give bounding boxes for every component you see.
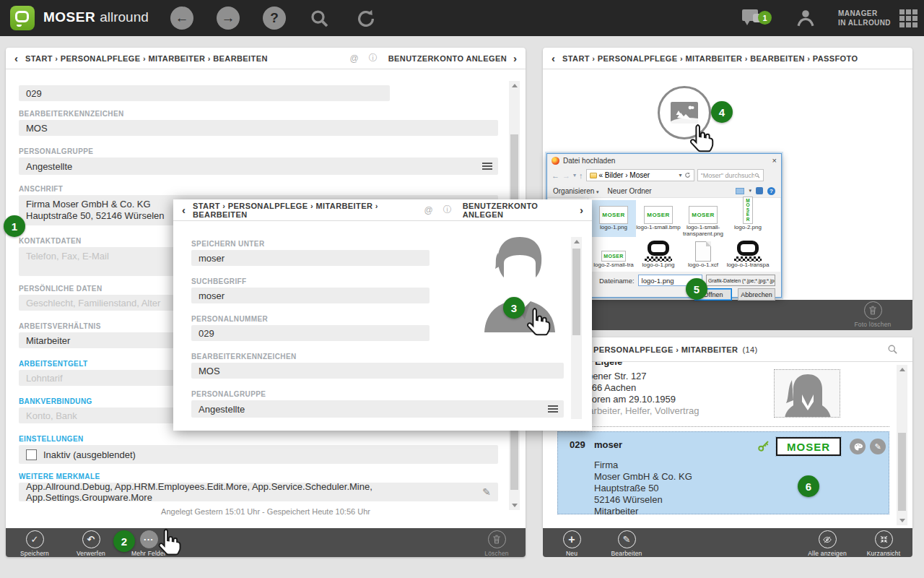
overlay-breadcrumb: ‹ START › PERSONALPFLEGE › MITARBEITER ›… <box>173 199 592 221</box>
employee-photo <box>774 369 840 418</box>
bearbeiterkennzeichen-field[interactable]: MOS <box>191 363 564 379</box>
help-icon[interactable]: ? <box>767 187 775 195</box>
breadcrumb-forward-icon[interactable]: › <box>513 52 517 64</box>
file-item[interactable]: logo-o-1-transpa <box>725 238 770 269</box>
delete-photo-button[interactable]: Foto löschen <box>840 301 905 328</box>
passfoto-breadcrumb: ‹ START › PERSONALPFLEGE › MITARBEITER ›… <box>543 48 912 69</box>
apps-grid-button[interactable] <box>899 9 918 28</box>
check-icon: ✓ <box>26 530 44 548</box>
refresh-small-icon[interactable] <box>684 172 691 178</box>
cancel-button[interactable]: Abbrechen <box>738 288 775 301</box>
refresh-button[interactable] <box>355 8 377 33</box>
file-item[interactable]: MOSER logo-1-small.bmp <box>636 200 681 237</box>
list-picker-icon[interactable] <box>482 161 492 171</box>
forward-arrow-icon: → <box>222 10 235 26</box>
quick-view-button[interactable]: Kurzansicht <box>855 530 912 557</box>
file-item[interactable]: MOSER logo-1-small-transparent.png <box>681 200 725 237</box>
filetype-select[interactable]: Grafik-Dateien (*.jpe;*.jpg;*.jpe ▾ <box>706 275 775 286</box>
logo-thumbnail: MOSER <box>601 251 626 262</box>
dialog-search-input[interactable]: "Moser" durchsuchen <box>697 169 764 181</box>
messages-button[interactable]: 1 <box>742 9 767 28</box>
scroll-down-icon[interactable] <box>512 504 518 507</box>
edit-pencil-icon[interactable]: ✎ <box>482 486 491 498</box>
scroll-up-icon[interactable] <box>574 240 580 243</box>
nav-forward-icon[interactable]: → <box>562 171 570 180</box>
bearbeiterkennzeichen-field[interactable]: MOS <box>19 120 498 136</box>
file-item-selected[interactable]: MOSER logo-1.png <box>591 200 636 237</box>
overlay-scrollbar[interactable] <box>571 237 582 419</box>
folder-icon <box>590 173 597 178</box>
breadcrumb-back-icon[interactable]: ‹ <box>182 204 186 216</box>
show-all-button[interactable]: Alle anzeigen <box>798 530 856 557</box>
email-icon[interactable]: @ <box>350 53 359 64</box>
logo-thumbnail: MOSER <box>689 206 717 224</box>
discard-button[interactable]: ↶ Verwerfen <box>62 530 120 557</box>
scroll-down-icon[interactable] <box>899 519 905 522</box>
scrollbar-thumb[interactable] <box>572 249 580 335</box>
trash-icon <box>864 301 882 319</box>
breadcrumb-forward-icon[interactable]: › <box>580 204 583 216</box>
personalnummer-field[interactable]: 029 <box>19 85 390 101</box>
personalnummer-field[interactable]: 029 <box>191 325 430 341</box>
new-button[interactable]: + Neu <box>543 530 601 557</box>
search-icon <box>309 8 331 30</box>
user-menu-button[interactable] <box>794 7 817 33</box>
delete-button[interactable]: Löschen <box>468 530 526 557</box>
app-logo-icon[interactable] <box>10 6 35 30</box>
list-picker-icon[interactable] <box>548 404 558 414</box>
back-arrow-icon: ← <box>175 10 189 26</box>
scroll-up-icon[interactable] <box>899 368 905 371</box>
address-dropdown-icon[interactable]: ▾ <box>679 172 682 178</box>
info-icon[interactable]: ⓘ <box>369 52 378 64</box>
file-item[interactable]: logo-o-1.xcf <box>681 238 725 269</box>
list-row-selected[interactable]: 029 moser Firma Moser GmbH & Co. KG Haup… <box>557 431 889 514</box>
nav-up-icon[interactable]: ↑ <box>579 171 583 180</box>
personalgruppe-field[interactable]: Angestellte <box>191 400 564 418</box>
file-item[interactable]: MOSER logo-2-small-tra <box>591 238 636 269</box>
save-button[interactable]: ✓ Speichern <box>6 530 64 557</box>
forward-button[interactable]: → <box>217 7 240 30</box>
view-icon[interactable] <box>736 188 744 194</box>
weitere-merkmale-field[interactable]: App.Allround.Debug, App.HRM.Employees.Ed… <box>19 483 498 501</box>
email-icon[interactable]: @ <box>424 205 432 215</box>
help-button[interactable]: ? <box>263 7 286 30</box>
file-item[interactable]: MOSER logo-2.png <box>725 200 770 237</box>
organize-menu[interactable]: Organisieren ▾ <box>553 187 599 195</box>
list-scrollbar[interactable] <box>897 365 907 525</box>
speichern-unter-field[interactable]: moser <box>191 250 430 266</box>
scrollbar-thumb[interactable] <box>898 433 906 511</box>
address-bar[interactable]: « Bilder › Moser ▾ <box>586 169 694 181</box>
inaktiv-checkbox[interactable] <box>26 449 37 460</box>
breadcrumb-back-icon[interactable]: ‹ <box>552 52 555 64</box>
file-item[interactable]: logo-o-1.png <box>636 238 681 269</box>
create-account-link[interactable]: BENUTZERKONTO ANLEGEN <box>388 54 507 63</box>
dialog-close-icon[interactable]: × <box>772 156 777 165</box>
list-search-icon[interactable] <box>887 344 898 355</box>
create-account-link[interactable]: BENUTZERKONTO ANLEGEN <box>463 202 573 219</box>
nav-back-icon[interactable]: ← <box>552 171 559 180</box>
preview-pane-icon[interactable] <box>756 187 763 194</box>
new-folder-button[interactable]: Neuer Ordner <box>608 187 652 195</box>
scroll-up-icon[interactable] <box>512 84 518 87</box>
step-badge-5: 5 <box>686 278 707 300</box>
edit-button[interactable]: ✎ Bearbeiten <box>598 530 655 557</box>
search-button[interactable] <box>309 8 331 33</box>
view-dropdown-icon[interactable]: ▾ <box>749 188 751 194</box>
nav-history-icon[interactable]: ▾ <box>573 172 576 178</box>
info-icon[interactable]: ⓘ <box>443 204 452 216</box>
palette-button[interactable] <box>850 439 866 454</box>
edit-row-button[interactable]: ✎ <box>870 439 886 454</box>
dialog-nav-bar: ← → ▾ ↑ « Bilder › Moser ▾ "Moser" durch… <box>547 167 781 184</box>
back-button[interactable]: ← <box>170 7 193 30</box>
user-role-label: MANAGER IN ALLROUND <box>838 9 891 27</box>
employee-list-panel: PERSONALPFLEGE › MITARBEITER (14) er Eig… <box>543 337 912 528</box>
refresh-icon <box>355 8 377 30</box>
suchbegriff-field[interactable]: moser <box>191 288 430 303</box>
employee-number: 029 <box>570 439 585 450</box>
question-icon: ? <box>270 10 279 26</box>
breadcrumb-back-icon[interactable]: ‹ <box>14 52 18 64</box>
list-row-partial[interactable]: er Eigele Eupener Str. 127 52066 Aachen … <box>543 362 897 426</box>
employee-name: moser <box>594 439 622 450</box>
personalgruppe-field[interactable]: Angestellte <box>19 158 498 175</box>
dialog-titlebar[interactable]: Datei hochladen × <box>547 154 781 167</box>
